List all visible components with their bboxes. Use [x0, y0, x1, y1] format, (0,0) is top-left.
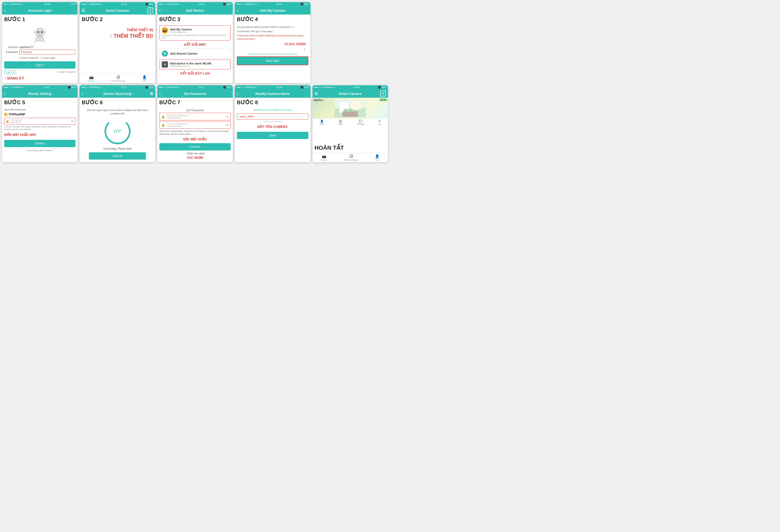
add-shared-camera-option[interactable]: 📡 Add Shared Camera [159, 49, 231, 58]
step6-header: ‹ Device Searching ⊞ [80, 90, 155, 98]
step8-annotation: ĐẶT TÊN CAMERA [237, 124, 308, 130]
svg-line-10 [44, 41, 45, 43]
spacer2 [237, 42, 284, 51]
option1-desc: Long press SET button in bottom/back of … [162, 34, 228, 39]
sub-label: ↑ Nhấn xác nhận [185, 152, 205, 155]
step8-back-icon[interactable]: ‹ [237, 91, 238, 96]
step1-body: Account xigerbeo177 Password Rem Passwor… [2, 23, 78, 83]
wifi-annotation-text: KẾT NỐI WIFI [184, 43, 206, 47]
final-my-icon: 👤 [375, 154, 379, 158]
my-tab-icon: 👤 [142, 75, 147, 79]
carrier7: ●●●○○ VinaPhone ≈ [159, 86, 180, 89]
final-tab-storage[interactable]: 🖼 Mobile Storage [344, 154, 358, 161]
step4-desc3: *Panoramic bulb has lights flashing,No v… [237, 34, 308, 41]
time9: 10:38 [354, 86, 359, 89]
step3-frame: ●●●○○ VinaPhone ≈ 10:19 ⬛ 89% ‹ Add Devi… [157, 2, 233, 83]
confirm-password-row[interactable]: 🔒 Confirm Password Nhập lại mật khẩu 👁 [159, 121, 231, 129]
qr-code-icon[interactable]: ⊞ [150, 92, 153, 96]
battery7: ⬛ 87% [223, 86, 231, 89]
set-action[interactable]: ⚙ Set [378, 119, 381, 125]
battery3: ⬛ 89% [223, 3, 231, 5]
alarm-icon: 🏠 [339, 119, 342, 123]
step9-header-title: Smart Camera [339, 92, 362, 96]
row1-empty [312, 2, 388, 83]
option1-title: Add My Camera [170, 28, 192, 31]
svg-point-4 [41, 31, 43, 33]
add-wlan-option[interactable]: ⊞ Add device in the same WLAN Kết nối bằ… [159, 59, 231, 69]
final-storage-icon: 🖼 [349, 154, 353, 158]
eye1-icon[interactable]: 👁 [226, 115, 229, 118]
alarm-action[interactable]: 🏠 Alarm [338, 119, 343, 125]
share-label: Share [319, 123, 324, 125]
step3-header-title: Add Device [186, 9, 204, 12]
camera-preview[interactable]: xigerbeo Online [312, 98, 388, 118]
step3-label: BƯỚC 3 [157, 14, 233, 23]
option1-sub: Kết nối bằng wifi [170, 31, 192, 33]
login-button[interactable]: Log In [4, 61, 76, 69]
step7-back-icon[interactable]: ‹ [159, 91, 161, 96]
menu-icon[interactable]: ☰ [82, 8, 85, 12]
step3-back-icon[interactable]: ‹ [159, 8, 161, 13]
step5-frame: ●●●○○ VinaPhone ≈ 10:20 ⬛ 89% ‹ Router S… [2, 85, 78, 162]
eye-icon[interactable]: 👁 [71, 120, 74, 123]
eye2-icon[interactable]: 👁 [226, 123, 229, 127]
step4-desc2: If confirmed, click go to "next step"; [237, 30, 308, 33]
step2-header-title: Smart Camera [106, 9, 129, 12]
message-icon: 💬 [359, 119, 362, 123]
carrier3: ●●●○○ VinaPhone ≈ [159, 3, 180, 5]
confirm-button5[interactable]: Confirm [4, 140, 76, 147]
back-icon[interactable]: ‹ [4, 8, 5, 13]
forget-password-link[interactable]: Forget Password [58, 70, 76, 74]
step6-frame: ●●●○○ VinaPhone ≈ 10:37 ⬛ 87% ‹ Device S… [80, 85, 155, 162]
carrier9: ●●●○○ VinaPhone ≈ [314, 86, 335, 89]
final-tab-my[interactable]: 👤 My [375, 154, 379, 161]
step7-status-bar: ●●●○○ VinaPhone ≈ 10:37 ⬛ 87% [157, 85, 233, 90]
svg-rect-15 [342, 111, 358, 117]
new-password-row[interactable]: 🔒 Set New Password Đặt Mật Khẩu mới 👁 [159, 113, 231, 120]
storage-tab-icon: 🖼 [116, 75, 120, 79]
tab-storage[interactable]: 🖼 Mobile Storage [111, 75, 125, 82]
password-input[interactable] [19, 50, 76, 55]
input-wifi-label: Input WiFi Password [4, 108, 76, 111]
step4-back-icon[interactable]: ‹ [237, 8, 238, 13]
svg-rect-14 [350, 100, 361, 110]
step9-menu-icon[interactable]: ☰ [314, 92, 318, 96]
wifi-password-row[interactable]: 🔒 Password Mật khẩu wifi 👁 [4, 118, 76, 125]
cancel-button[interactable]: Cancel [89, 152, 146, 160]
add-device-annotation-container: THÊM THIẾT BỊ ↑ THÊM THIẾT BỊ! [82, 27, 153, 39]
step7-annotation2: XÁC NHẬN [187, 155, 203, 161]
links-row: Sign Up Forget Password [4, 70, 76, 75]
time6: 10:37 [121, 86, 127, 89]
camera-name-input[interactable] [237, 113, 308, 119]
time2: 10:19 [121, 3, 127, 5]
share-action[interactable]: 👤 Share [319, 119, 324, 125]
step5-annotation: ĐIỀN MẬT KHẨU WIFI [4, 132, 76, 138]
wifi-note: *Choose stronger WiFi signal, input the … [4, 125, 76, 131]
option2-title: Add Shared Camera [170, 52, 197, 55]
lan-annotation-text: KẾT NỐI DÂY LAN [180, 71, 209, 75]
add-my-camera-option[interactable]: 📷 Add My Camera Kết nối bằng wifi Long p… [159, 25, 231, 41]
battery2: ⬛ 89% [145, 3, 154, 5]
confirm-button7[interactable]: Confirm [159, 143, 231, 151]
tab-device[interactable]: 📷 Device [88, 75, 94, 82]
click-chon-container: CLICK CHỌN ↓ [237, 42, 308, 51]
tab-my[interactable]: 👤 My [142, 75, 147, 82]
message-action[interactable]: 💬 Message [357, 119, 364, 125]
save-button[interactable]: Save [237, 132, 308, 139]
loading-circle: 177° [104, 118, 131, 144]
step5-back-icon[interactable]: ‹ [4, 91, 5, 96]
step1-frame: ●●○○ VinaPhone ≈ 16:26 57% ‹ Account Log… [2, 2, 78, 83]
step6-back-icon[interactable]: ‹ [82, 91, 83, 96]
step7-body: Set Password 🔒 Set New Password Đặt Mật … [157, 106, 233, 162]
next-step-button[interactable]: Next step [237, 56, 308, 65]
step9-add-icon[interactable]: + [380, 91, 386, 96]
set-icon: ⚙ [378, 119, 381, 123]
alarm-label: Alarm [338, 123, 343, 125]
battery4: ⬛ 89% [301, 3, 309, 5]
add-device-icon[interactable]: + [147, 7, 153, 13]
annotation-arrow: ↑ THÊM THIẾT BỊ! [109, 33, 153, 39]
signup-link[interactable]: Sign Up [4, 70, 16, 74]
new-password-placeholder: Set New Password [167, 114, 224, 117]
link-small[interactable]: If the above phenomenon is not observed,… [237, 53, 308, 55]
final-tab-device[interactable]: 📷 Device [321, 154, 327, 161]
